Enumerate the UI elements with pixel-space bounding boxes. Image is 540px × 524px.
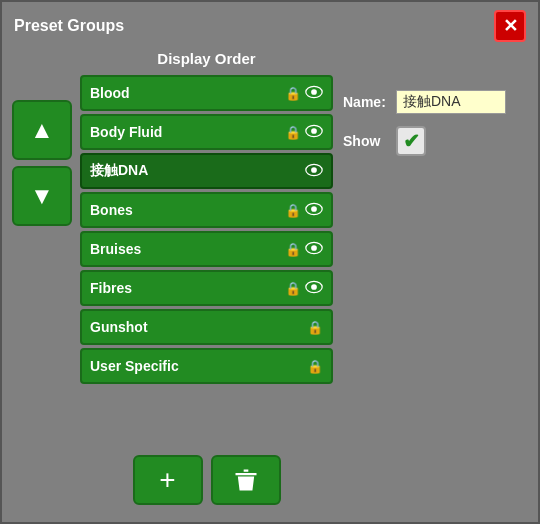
list-item[interactable]: Gunshot🔒 <box>80 309 333 345</box>
eye-icon <box>305 202 323 219</box>
lock-icon: 🔒 <box>307 320 323 335</box>
list-item[interactable]: Bruises🔒 <box>80 231 333 267</box>
list-item[interactable]: Body Fluid🔒 <box>80 114 333 150</box>
item-icons: 🔒 <box>285 202 323 219</box>
bottom-buttons: + <box>80 455 333 505</box>
eye-icon <box>305 280 323 297</box>
name-label: Name: <box>343 94 388 110</box>
right-panel: Name: Show ✔ <box>343 50 528 505</box>
list-item[interactable]: 接触DNA <box>80 153 333 189</box>
section-title: Display Order <box>80 50 333 67</box>
svg-point-3 <box>311 128 317 134</box>
left-panel: ▲ ▼ Display Order Blood🔒Body Fluid🔒接触DNA… <box>12 50 333 505</box>
item-label: Blood <box>90 85 130 101</box>
close-button[interactable]: ✕ <box>494 10 526 42</box>
item-icons: 🔒 <box>307 320 323 335</box>
item-label: Bones <box>90 202 133 218</box>
checkmark-icon: ✔ <box>403 129 420 153</box>
name-field-row: Name: <box>343 90 528 114</box>
eye-icon <box>305 241 323 258</box>
name-input[interactable] <box>396 90 506 114</box>
lock-icon: 🔒 <box>285 203 301 218</box>
svg-point-5 <box>311 167 317 173</box>
show-checkbox[interactable]: ✔ <box>396 126 426 156</box>
item-label: User Specific <box>90 358 179 374</box>
list-item[interactable]: Bones🔒 <box>80 192 333 228</box>
eye-icon <box>305 124 323 141</box>
item-icons: 🔒 <box>285 241 323 258</box>
list-section: Display Order Blood🔒Body Fluid🔒接触DNABone… <box>80 50 333 505</box>
delete-button[interactable] <box>211 455 281 505</box>
title-bar: Preset Groups ✕ <box>2 2 538 50</box>
lock-icon: 🔒 <box>307 359 323 374</box>
item-icons <box>305 163 323 180</box>
item-label: Fibres <box>90 280 132 296</box>
lock-icon: 🔒 <box>285 125 301 140</box>
show-row: Show ✔ <box>343 126 528 156</box>
show-label: Show <box>343 133 388 149</box>
svg-point-11 <box>311 284 317 290</box>
window: Preset Groups ✕ ▲ ▼ Display Order Blood🔒… <box>0 0 540 524</box>
add-button[interactable]: + <box>133 455 203 505</box>
list-item[interactable]: Blood🔒 <box>80 75 333 111</box>
lock-icon: 🔒 <box>285 86 301 101</box>
main-content: ▲ ▼ Display Order Blood🔒Body Fluid🔒接触DNA… <box>2 50 538 515</box>
trash-icon <box>232 466 260 494</box>
item-icons: 🔒 <box>307 359 323 374</box>
down-arrow-icon: ▼ <box>30 182 54 210</box>
item-icons: 🔒 <box>285 85 323 102</box>
up-arrow-icon: ▲ <box>30 116 54 144</box>
item-icons: 🔒 <box>285 280 323 297</box>
lock-icon: 🔒 <box>285 281 301 296</box>
move-up-button[interactable]: ▲ <box>12 100 72 160</box>
svg-point-7 <box>311 206 317 212</box>
item-label: Bruises <box>90 241 141 257</box>
svg-point-1 <box>311 89 317 95</box>
close-icon: ✕ <box>503 15 518 37</box>
item-label: 接触DNA <box>90 162 148 180</box>
item-label: Body Fluid <box>90 124 162 140</box>
arrow-buttons: ▲ ▼ <box>12 50 72 505</box>
window-title: Preset Groups <box>14 17 124 35</box>
item-icons: 🔒 <box>285 124 323 141</box>
eye-icon <box>305 163 323 180</box>
svg-point-9 <box>311 245 317 251</box>
list-item[interactable]: User Specific🔒 <box>80 348 333 384</box>
move-down-button[interactable]: ▼ <box>12 166 72 226</box>
lock-icon: 🔒 <box>285 242 301 257</box>
eye-icon <box>305 85 323 102</box>
item-label: Gunshot <box>90 319 148 335</box>
list-item[interactable]: Fibres🔒 <box>80 270 333 306</box>
add-icon: + <box>159 464 175 496</box>
list-container: Blood🔒Body Fluid🔒接触DNABones🔒Bruises🔒Fibr… <box>80 75 333 447</box>
